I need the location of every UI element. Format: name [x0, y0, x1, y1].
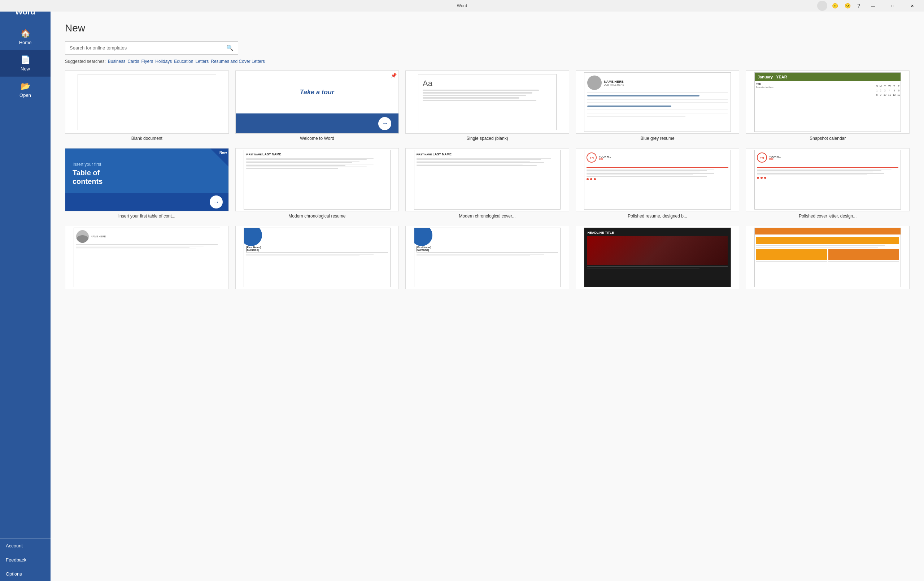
- dark-flyer-line1: [587, 266, 727, 266]
- polished-cover-preview: YN YOUR N... MOO: [754, 150, 901, 209]
- blue-circle-resume2-thumb[interactable]: [First Name][Surname]: [405, 226, 569, 289]
- home-icon: 🏠: [21, 29, 30, 38]
- sidebar-item-open[interactable]: 📂 Open: [0, 76, 51, 103]
- template-toc[interactable]: New Insert your first Table ofcontents →…: [65, 148, 229, 218]
- toc-bottom: →: [65, 193, 228, 211]
- window-controls: 🙂 🙁 ? — □ ✕: [817, 0, 921, 12]
- help-icon[interactable]: ?: [855, 2, 862, 9]
- orange-newsletter-thumb[interactable]: [746, 226, 909, 289]
- blue-circle-resume1-thumb[interactable]: [First Name][Surname]: [235, 226, 399, 289]
- template-polished-resume[interactable]: YN YOUR N... MOO: [576, 148, 739, 218]
- search-button[interactable]: 🔍: [222, 41, 238, 54]
- cal-f: F: [897, 84, 901, 88]
- single-line2: [422, 92, 532, 94]
- polished-cover-text5: [757, 174, 867, 175]
- tour-label: Welcome to Word: [235, 136, 399, 141]
- modern-resume-lastname: LAST NAME: [262, 152, 282, 156]
- tour-title: Take a tour: [300, 89, 334, 96]
- template-dark-flyer[interactable]: HEADLINE TITLE: [576, 226, 739, 291]
- polished-resume-thumb[interactable]: YN YOUR N... MOO: [576, 148, 739, 211]
- pin-icon[interactable]: 📌: [391, 73, 397, 78]
- template-blank[interactable]: Blank document: [65, 70, 229, 141]
- suggestion-resumes[interactable]: Resumes and Cover Letters: [211, 59, 264, 64]
- calendar-header: January YEAR: [755, 73, 901, 81]
- feedback-item[interactable]: Feedback: [0, 553, 51, 567]
- sidebar-item-new[interactable]: 📄 New: [0, 50, 51, 76]
- dark-flyer-title: HEADLINE TITLE: [587, 231, 727, 235]
- polished-cover-name-block: YOUR N... MOO: [769, 156, 781, 160]
- search-input[interactable]: [65, 42, 222, 53]
- frown-icon[interactable]: 🙁: [843, 2, 853, 9]
- template-blue-circle-resume1[interactable]: [First Name][Surname]: [235, 226, 399, 291]
- template-blue-resume[interactable]: NAME HERE JOB TITLE HERE Blue grey resum…: [576, 70, 739, 141]
- suggestion-education[interactable]: Education: [174, 59, 193, 64]
- resume-text5: [587, 116, 685, 117]
- blue-resume-thumb[interactable]: NAME HERE JOB TITLE HERE: [576, 70, 739, 134]
- sidebar-item-home[interactable]: 🏠 Home: [0, 24, 51, 50]
- polished-cover-text1: [757, 169, 891, 169]
- single-doc-preview: Aa: [418, 74, 556, 131]
- polished-cover-your-name: YOUR N...: [769, 156, 781, 158]
- template-blue-circle-resume2[interactable]: [First Name][Surname]: [405, 226, 569, 291]
- toc-arrow-icon: →: [210, 195, 223, 209]
- blank-thumb[interactable]: [65, 70, 229, 134]
- cal-w: W: [888, 84, 892, 88]
- modern-cover-firstname: FIRST NAME LAST NAME: [416, 152, 558, 156]
- dark-flyer-thumb[interactable]: HEADLINE TITLE: [576, 226, 739, 289]
- cal-title: Title: [756, 83, 872, 85]
- minimize-button[interactable]: —: [865, 0, 881, 12]
- suggestion-flyers[interactable]: Flyers: [141, 59, 153, 64]
- template-portrait-resume[interactable]: NAME HERE: [65, 226, 229, 291]
- dark-flyer-img: [587, 236, 727, 265]
- polished-cover-bar: [757, 167, 898, 168]
- template-tour[interactable]: Take a tour → Welcome to Word 📌: [235, 70, 399, 141]
- maximize-button[interactable]: □: [884, 0, 901, 12]
- template-modern-cover[interactable]: FIRST NAME LAST NAME Modern chronologica…: [405, 148, 569, 218]
- template-calendar[interactable]: January YEAR Title Description text here…: [746, 70, 909, 141]
- template-orange-newsletter[interactable]: [746, 226, 909, 291]
- cover-dot1: [757, 177, 759, 179]
- options-item[interactable]: Options: [0, 567, 51, 581]
- template-single[interactable]: Aa Single spaced (blank): [405, 70, 569, 141]
- close-button[interactable]: ✕: [904, 0, 921, 12]
- polished-text5: [587, 174, 693, 175]
- sidebar-item-open-label: Open: [20, 93, 31, 98]
- portrait-photo: [76, 230, 89, 243]
- modern-cover-text2: [416, 159, 541, 160]
- polished-resume-preview: YN YOUR N... MOO: [584, 150, 731, 209]
- modern-resume-thumb[interactable]: FIRST NAME LAST NAME: [235, 148, 399, 211]
- modern-resume-text8: [246, 168, 338, 169]
- template-polished-cover[interactable]: YN YOUR N... MOO: [746, 148, 909, 218]
- modern-cover-text1: [416, 158, 551, 159]
- polished-header: YN YOUR N... MOO: [584, 150, 730, 165]
- account-item[interactable]: Account: [0, 539, 51, 553]
- user-avatar[interactable]: [817, 1, 827, 11]
- single-thumb[interactable]: Aa: [405, 70, 569, 134]
- sidebar: Word 🏠 Home 📄 New 📂 Open Account Feedbac…: [0, 0, 51, 581]
- tour-thumb[interactable]: Take a tour →: [235, 70, 399, 134]
- cal-5: 5: [892, 89, 897, 93]
- calendar-thumb[interactable]: January YEAR Title Description text here…: [746, 70, 909, 134]
- portrait-resume-thumb[interactable]: NAME HERE: [65, 226, 229, 289]
- cal-1: 1: [875, 89, 878, 93]
- single-line4: [422, 97, 520, 99]
- polished-cover-thumb[interactable]: YN YOUR N... MOO: [746, 148, 909, 211]
- suggestion-letters[interactable]: Letters: [196, 59, 209, 64]
- modern-cover-thumb[interactable]: FIRST NAME LAST NAME: [405, 148, 569, 211]
- cal-10: 10: [883, 93, 887, 97]
- search-bar[interactable]: 🔍: [65, 41, 238, 55]
- orange-col1-text: [756, 261, 827, 262]
- template-modern-resume[interactable]: FIRST NAME LAST NAME Modern chronologica…: [235, 148, 399, 218]
- suggestion-business[interactable]: Business: [108, 59, 125, 64]
- toc-doc-preview: New Insert your first Table ofcontents →: [65, 149, 228, 211]
- sidebar-nav: 🏠 Home 📄 New 📂 Open: [0, 24, 51, 538]
- toc-label: Insert your first table of cont...: [65, 214, 229, 218]
- smiley-icon[interactable]: 🙂: [830, 2, 840, 9]
- suggestion-holidays[interactable]: Holidays: [155, 59, 172, 64]
- toc-thumb[interactable]: New Insert your first Table ofcontents →: [65, 148, 229, 211]
- suggested-searches: Suggested searches: Business Cards Flyer…: [65, 59, 909, 64]
- suggestion-cards[interactable]: Cards: [127, 59, 139, 64]
- bc-text2: [246, 255, 360, 256]
- portrait-text1: [76, 246, 204, 247]
- yn-circle: YN: [587, 152, 597, 162]
